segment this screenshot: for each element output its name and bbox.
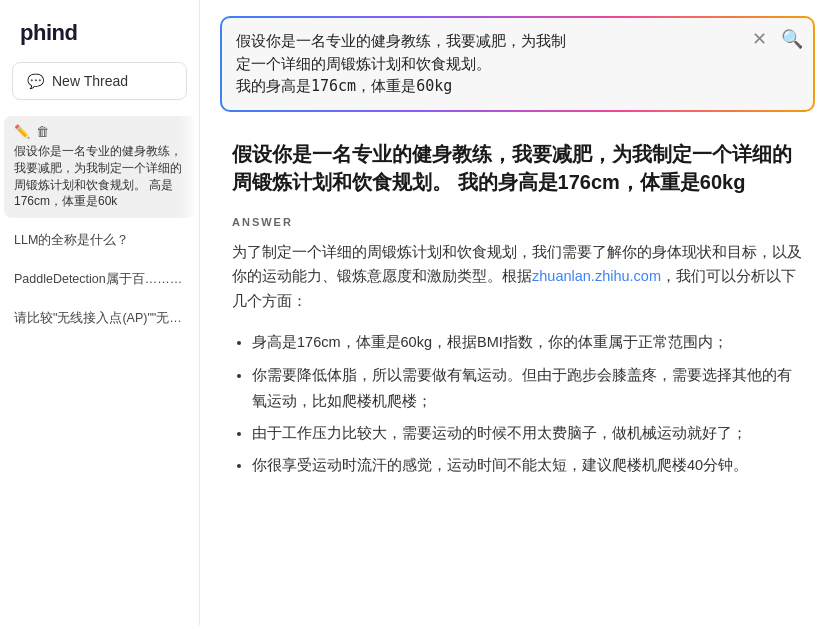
list-item: 你很享受运动时流汗的感觉，运动时间不能太短，建议爬楼机爬楼40分钟。 bbox=[252, 452, 803, 478]
answer-intro: 为了制定一个详细的周锻炼计划和饮食规划，我们需要了解你的身体现状和目标，以及你的… bbox=[232, 240, 803, 314]
history-item[interactable]: LLM的全称是什么？ bbox=[4, 222, 195, 259]
edit-icon[interactable]: ✏️ bbox=[14, 124, 30, 139]
sidebar: phind 💬 New Thread ✏️ 🗑 假设你是一名专业的健身教练，我要… bbox=[0, 0, 200, 625]
new-thread-icon: 💬 bbox=[27, 73, 44, 89]
question-heading: 假设你是一名专业的健身教练，我要减肥，为我制定一个详细的周锻炼计划和饮食规划。 … bbox=[232, 140, 803, 196]
main-content: ✕ 🔍 假设你是一名专业的健身教练，我要减肥，为我制定一个详细的周锻炼计划和饮食… bbox=[200, 0, 835, 625]
search-button[interactable]: 🔍 bbox=[779, 26, 805, 52]
answer-link[interactable]: zhuanlan.zhihu.com bbox=[532, 268, 661, 284]
new-thread-button[interactable]: 💬 New Thread bbox=[12, 62, 187, 100]
list-item: 你需要降低体脂，所以需要做有氧运动。但由于跑步会膝盖疼，需要选择其他的有氧运动，… bbox=[252, 362, 803, 414]
history-item[interactable]: 请比较"无线接入点(AP)""无线桥接(Media Bridge…… 优劣 bbox=[4, 300, 195, 337]
list-item: 身高是176cm，体重是60kg，根据BMI指数，你的体重属于正常范围内； bbox=[252, 329, 803, 355]
list-item: 由于工作压力比较大，需要运动的时候不用太费脑子，做机械运动就好了； bbox=[252, 420, 803, 446]
sidebar-history: ✏️ 🗑 假设你是一名专业的健身教练，我要减肥，为我制定一个详细的周锻炼计划和饮… bbox=[0, 116, 199, 625]
search-bar-actions: ✕ 🔍 bbox=[750, 26, 805, 52]
content-area: 假设你是一名专业的健身教练，我要减肥，为我制定一个详细的周锻炼计划和饮食规划。 … bbox=[200, 116, 835, 626]
answer-bullet-list: 身高是176cm，体重是60kg，根据BMI指数，你的体重属于正常范围内； 你需… bbox=[232, 329, 803, 477]
history-active-item[interactable]: ✏️ 🗑 假设你是一名专业的健身教练，我要减肥，为我制定一个详细的周锻炼计划和饮… bbox=[4, 116, 195, 218]
logo: phind bbox=[0, 0, 199, 62]
close-button[interactable]: ✕ bbox=[750, 26, 769, 52]
search-icon: 🔍 bbox=[781, 29, 803, 49]
history-item[interactable]: PaddleDetection属于百…… 吗？ bbox=[4, 261, 195, 298]
search-input[interactable] bbox=[220, 16, 815, 112]
search-bar-container: ✕ 🔍 bbox=[200, 0, 835, 116]
delete-icon[interactable]: 🗑 bbox=[36, 124, 49, 139]
new-thread-label: New Thread bbox=[52, 73, 128, 89]
answer-label: ANSWER bbox=[232, 216, 803, 228]
active-item-text: 假设你是一名专业的健身教练，我要减肥，为我制定一个详细的周锻炼计划和饮食规划。 … bbox=[14, 143, 185, 210]
close-icon: ✕ bbox=[752, 29, 767, 49]
